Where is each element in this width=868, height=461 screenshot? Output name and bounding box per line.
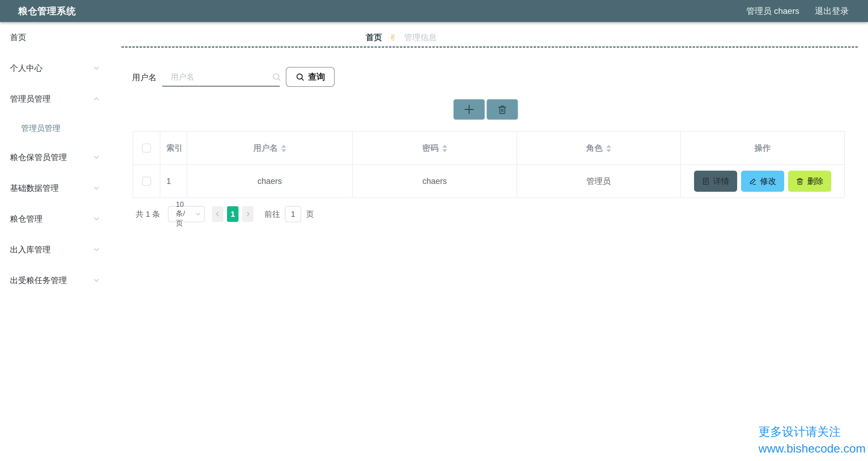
chevron-down-icon [92,184,101,192]
page-size-select[interactable]: 10条/页 [168,206,205,222]
table-header-row: 索引 用户名 密码 角色 操作 [133,131,844,165]
pencil-icon [749,177,757,185]
goto-page-label: 前往 [265,209,280,219]
plus-icon [463,103,475,116]
cell-role: 管理员 [517,165,680,198]
query-button-label: 查询 [308,71,325,83]
chevron-down-icon [92,245,101,254]
pagination: 共 1 条 10条/页 1 前往 页 [136,206,314,222]
username-field-label: 用户名 [132,72,156,83]
cell-password: chaers [352,165,517,198]
sidebar-item-grain-task-management[interactable]: 出受粮任务管理 [0,265,115,296]
page-unit-label: 页 [306,209,314,219]
sidebar-item-keeper-management[interactable]: 粮仓保管员管理 [0,142,115,173]
column-label: 角色 [586,144,603,153]
table-row: 1 chaers chaers 管理员 详情 [133,165,844,198]
detail-button[interactable]: 详情 [694,171,737,192]
cell-actions: 详情 修改 删除 [680,165,844,198]
chevron-down-icon [92,276,101,285]
sidebar-item-label: 个人中心 [10,63,42,73]
logout-button[interactable]: 退出登录 [815,5,849,17]
column-label: 密码 [423,144,439,153]
app-title: 粮仓管理系统 [18,5,76,18]
trash-icon [497,104,508,115]
sidebar-item-admin-management[interactable]: 管理员管理 [0,84,115,114]
top-bar: 粮仓管理系统 管理员 chaers 退出登录 [0,0,868,22]
current-page-button[interactable]: 1 [227,206,239,222]
next-page-button[interactable] [242,206,253,222]
sort-carets-icon[interactable] [442,145,447,152]
app-window: 粮仓管理系统 管理员 chaers 退出登录 首页 个人中心 管理员管理 管理员… [0,0,868,461]
search-icon [296,72,305,82]
victory-hand-icon: ✌ [389,32,397,43]
select-all-cell [133,131,160,165]
sidebar-item-label: 管理员管理 [10,93,51,104]
sort-carets-icon[interactable] [606,145,611,152]
sidebar-item-label: 出受粮任务管理 [10,275,67,286]
username-input[interactable] [162,72,272,82]
search-icon [272,72,281,82]
topbar-right: 管理员 chaers 退出登录 [746,5,849,17]
watermark-link[interactable]: www.bishecode.com [758,440,866,457]
breadcrumb-home[interactable]: 首页 [366,32,382,43]
total-count-label: 共 1 条 [136,209,160,219]
sidebar-item-home[interactable]: 首页 [0,22,115,53]
admin-table: 索引 用户名 密码 角色 操作 1 chaers chaers [133,131,845,198]
sidebar-item-personal-center[interactable]: 个人中心 [0,53,115,84]
edit-button[interactable]: 修改 [741,171,784,192]
chevron-down-icon [92,153,101,162]
sidebar-item-label: 出入库管理 [10,244,51,255]
document-icon [702,177,710,185]
page-size-value: 10条/页 [176,200,191,228]
dashed-divider [122,47,858,48]
delete-button-label: 删除 [807,176,824,187]
goto-page-input[interactable] [285,206,301,222]
sidebar-item-label: 首页 [10,32,26,43]
breadcrumb: 首页 ✌ 管理信息 [366,32,437,43]
query-button[interactable]: 查询 [286,67,335,87]
sidebar-subitem-admin-management[interactable]: 管理员管理 [0,114,115,142]
add-button[interactable] [453,99,485,120]
chevron-right-icon [244,211,251,218]
column-header-actions: 操作 [680,131,844,165]
edit-button-label: 修改 [760,176,776,187]
watermark: 更多设计请关注 www.bishecode.com [758,423,866,457]
sidebar-item-base-data-management[interactable]: 基础数据管理 [0,173,115,204]
delete-button[interactable]: 删除 [788,171,831,192]
breadcrumb-current: 管理信息 [404,32,437,43]
sidebar-item-granary-management[interactable]: 粮仓管理 [0,204,115,234]
row-select-cell [133,165,160,198]
column-header-role[interactable]: 角色 [517,131,680,165]
cell-index: 1 [160,165,187,198]
sidebar: 首页 个人中心 管理员管理 管理员管理 粮仓保管员管理 基础数据管理 [0,22,115,461]
trash-icon [796,177,804,185]
prev-page-button[interactable] [212,206,223,222]
column-header-username[interactable]: 用户名 [187,131,352,165]
column-header-password[interactable]: 密码 [352,131,517,165]
chevron-down-icon [92,64,101,72]
chevron-down-icon [92,215,101,223]
column-header-index: 索引 [160,131,187,165]
column-label: 用户名 [253,144,278,153]
sort-carets-icon[interactable] [281,145,286,152]
detail-button-label: 详情 [713,176,729,187]
chevron-up-icon [92,95,101,103]
row-checkbox[interactable] [142,177,151,186]
cell-username: chaers [187,165,352,198]
chevron-left-icon [214,211,221,218]
sidebar-item-inout-management[interactable]: 出入库管理 [0,234,115,265]
sidebar-subitem-label: 管理员管理 [21,123,60,133]
select-all-checkbox[interactable] [142,144,151,153]
username-search-box [162,68,280,87]
chevron-down-icon [194,211,202,218]
batch-delete-button[interactable] [486,99,518,120]
sidebar-item-label: 基础数据管理 [10,183,59,193]
current-user-label[interactable]: 管理员 chaers [746,5,799,17]
sidebar-item-label: 粮仓保管员管理 [10,152,67,163]
sidebar-item-label: 粮仓管理 [10,213,42,224]
watermark-line1: 更多设计请关注 [758,423,866,440]
